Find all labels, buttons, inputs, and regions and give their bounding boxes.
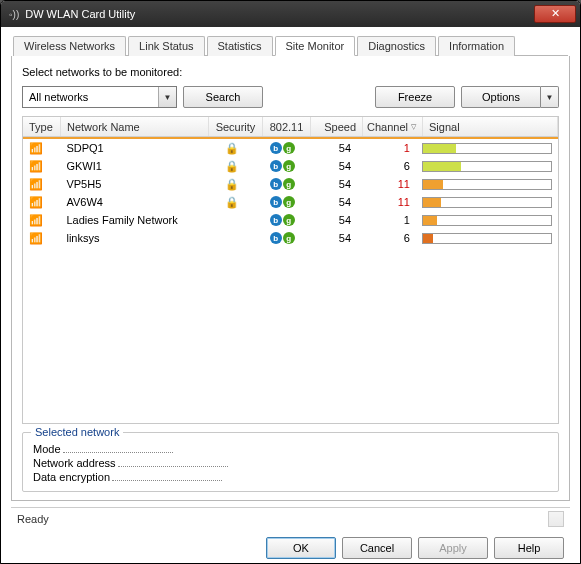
ap-icon: 📶 bbox=[29, 160, 43, 173]
sort-indicator-icon: ▽ bbox=[411, 123, 416, 131]
title-text: DW WLAN Card Utility bbox=[25, 8, 135, 20]
ap-icon: 📶 bbox=[29, 178, 43, 191]
cell-name: AV6W4 bbox=[60, 193, 205, 211]
cell-80211: bg bbox=[259, 157, 306, 175]
tab-information[interactable]: Information bbox=[438, 36, 515, 56]
grid-body: 📶SDPQ1🔒bg541📶GKWI1🔒bg546📶VP5H5🔒bg5411📶AV… bbox=[23, 137, 558, 423]
options-chevron-icon[interactable]: ▼ bbox=[541, 86, 559, 108]
cancel-button[interactable]: Cancel bbox=[342, 537, 412, 559]
network-filter-dropdown[interactable]: All networks ▼ bbox=[22, 86, 177, 108]
app-window: ◦)) DW WLAN Card Utility ✕ Wireless Netw… bbox=[0, 0, 581, 564]
networks-grid: Type Network Name Security 802.11 Speed … bbox=[22, 116, 559, 424]
ap-icon: 📶 bbox=[29, 214, 43, 227]
cell-security: 🔒 bbox=[206, 193, 259, 211]
tab-diagnostics[interactable]: Diagnostics bbox=[357, 36, 436, 56]
status-bar: Ready bbox=[11, 507, 570, 529]
titlebar[interactable]: ◦)) DW WLAN Card Utility ✕ bbox=[1, 1, 580, 27]
col-speed[interactable]: Speed bbox=[311, 117, 363, 136]
ap-icon: 📶 bbox=[29, 232, 43, 245]
cell-signal bbox=[416, 229, 558, 247]
lock-icon: 🔒 bbox=[225, 142, 239, 155]
cell-name: SDPQ1 bbox=[60, 139, 205, 157]
cell-speed: 54 bbox=[306, 139, 357, 157]
lock-icon: 🔒 bbox=[225, 196, 239, 209]
address-row: Network address bbox=[33, 457, 548, 469]
table-row[interactable]: 📶VP5H5🔒bg5411 bbox=[23, 175, 558, 193]
mode-row: Mode bbox=[33, 443, 548, 455]
cell-security: 🔒 bbox=[206, 157, 259, 175]
col-security[interactable]: Security bbox=[209, 117, 263, 136]
cell-speed: 54 bbox=[306, 229, 357, 247]
col-80211[interactable]: 802.11 bbox=[263, 117, 311, 136]
cell-name: linksys bbox=[60, 229, 205, 247]
wifi-icon: ◦)) bbox=[9, 9, 19, 20]
cell-signal bbox=[416, 139, 558, 157]
cell-channel: 1 bbox=[357, 211, 416, 229]
encryption-row: Data encryption bbox=[33, 471, 548, 483]
cell-channel: 6 bbox=[357, 229, 416, 247]
cell-speed: 54 bbox=[306, 211, 357, 229]
lock-icon: 🔒 bbox=[225, 160, 239, 173]
cell-speed: 54 bbox=[306, 193, 357, 211]
close-button[interactable]: ✕ bbox=[534, 5, 576, 23]
toolbar-row: All networks ▼ Search Freeze Options ▼ bbox=[22, 86, 559, 108]
cell-signal bbox=[416, 157, 558, 175]
col-type[interactable]: Type bbox=[23, 117, 61, 136]
cell-security: 🔒 bbox=[206, 175, 259, 193]
freeze-button[interactable]: Freeze bbox=[375, 86, 455, 108]
table-row[interactable]: 📶AV6W4🔒bg5411 bbox=[23, 193, 558, 211]
tab-link-status[interactable]: Link Status bbox=[128, 36, 204, 56]
dropdown-value: All networks bbox=[23, 91, 158, 103]
cell-signal bbox=[416, 193, 558, 211]
selected-network-group: Selected network Mode Network address Da… bbox=[22, 432, 559, 492]
cell-name: GKWI1 bbox=[60, 157, 205, 175]
tab-statistics[interactable]: Statistics bbox=[207, 36, 273, 56]
cell-channel: 1 bbox=[357, 139, 416, 157]
cell-channel: 6 bbox=[357, 157, 416, 175]
cell-80211: bg bbox=[259, 211, 306, 229]
save-icon[interactable] bbox=[548, 511, 564, 527]
apply-button: Apply bbox=[418, 537, 488, 559]
site-monitor-panel: Select networks to be monitored: All net… bbox=[11, 56, 570, 501]
grid-header: Type Network Name Security 802.11 Speed … bbox=[23, 117, 558, 137]
cell-security bbox=[206, 229, 259, 247]
ap-icon: 📶 bbox=[29, 196, 43, 209]
cell-channel: 11 bbox=[357, 175, 416, 193]
ok-button[interactable]: OK bbox=[266, 537, 336, 559]
cell-channel: 11 bbox=[357, 193, 416, 211]
status-text: Ready bbox=[17, 513, 49, 525]
dialog-footer: OK Cancel Apply Help bbox=[11, 529, 570, 559]
table-row[interactable]: 📶GKWI1🔒bg546 bbox=[23, 157, 558, 175]
tab-wireless-networks[interactable]: Wireless Networks bbox=[13, 36, 126, 56]
lock-icon: 🔒 bbox=[225, 178, 239, 191]
table-row[interactable]: 📶SDPQ1🔒bg541 bbox=[23, 139, 558, 157]
table-row[interactable]: 📶Ladies Family Networkbg541 bbox=[23, 211, 558, 229]
col-signal[interactable]: Signal bbox=[423, 117, 558, 136]
ap-icon: 📶 bbox=[29, 142, 43, 155]
col-network-name[interactable]: Network Name bbox=[61, 117, 209, 136]
help-button[interactable]: Help bbox=[494, 537, 564, 559]
table-row[interactable]: 📶linksysbg546 bbox=[23, 229, 558, 247]
tab-site-monitor[interactable]: Site Monitor bbox=[275, 36, 356, 56]
col-channel[interactable]: Channel▽ bbox=[363, 117, 423, 136]
cell-name: Ladies Family Network bbox=[60, 211, 205, 229]
cell-80211: bg bbox=[259, 139, 306, 157]
cell-name: VP5H5 bbox=[60, 175, 205, 193]
selected-network-legend: Selected network bbox=[31, 426, 123, 438]
title: ◦)) DW WLAN Card Utility bbox=[9, 8, 534, 20]
cell-speed: 54 bbox=[306, 157, 357, 175]
client-area: Wireless NetworksLink StatusStatisticsSi… bbox=[1, 27, 580, 563]
options-button[interactable]: Options bbox=[461, 86, 541, 108]
options-split-button[interactable]: Options ▼ bbox=[461, 86, 559, 108]
select-networks-label: Select networks to be monitored: bbox=[22, 66, 559, 78]
cell-80211: bg bbox=[259, 175, 306, 193]
cell-signal bbox=[416, 175, 558, 193]
chevron-down-icon[interactable]: ▼ bbox=[158, 87, 176, 107]
cell-80211: bg bbox=[259, 229, 306, 247]
cell-security: 🔒 bbox=[206, 139, 259, 157]
cell-speed: 54 bbox=[306, 175, 357, 193]
cell-signal bbox=[416, 211, 558, 229]
search-button[interactable]: Search bbox=[183, 86, 263, 108]
cell-80211: bg bbox=[259, 193, 306, 211]
tabstrip: Wireless NetworksLink StatusStatisticsSi… bbox=[13, 35, 568, 56]
